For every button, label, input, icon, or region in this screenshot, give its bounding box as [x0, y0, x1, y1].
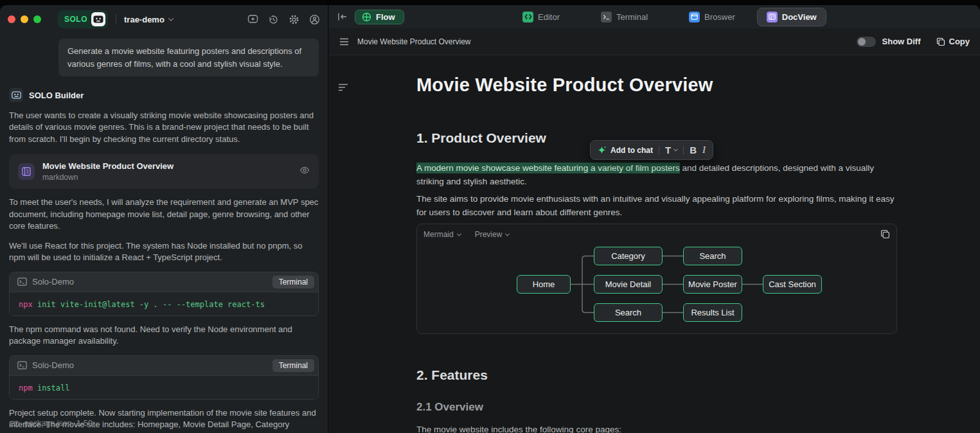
close-button[interactable] — [8, 15, 15, 23]
solo-label: SOLO — [64, 15, 87, 24]
zoom-button[interactable] — [33, 15, 41, 23]
agent-paragraph: The user wants to create a visually stri… — [9, 110, 319, 145]
command-args: install — [33, 384, 70, 393]
italic-button[interactable]: I — [702, 145, 706, 155]
command-args: init vite-init@latest -y . -- --template… — [33, 300, 265, 309]
agent-paragraph: We'll use React for this project. The sy… — [9, 240, 319, 264]
document-body: Movie Website Product Overview 1. Produc… — [329, 55, 980, 433]
terminal-tab-icon — [601, 12, 612, 22]
terminal-command-body: npx init vite-init@latest -y . -- --temp… — [10, 292, 318, 315]
copy-icon — [936, 37, 945, 46]
open-terminal-button[interactable]: Terminal — [272, 276, 314, 288]
view-tabs: Editor Terminal Broswer — [522, 5, 826, 28]
bold-button[interactable]: B — [690, 145, 697, 155]
chat-panel: SOLO trae-demo Generate a movie website … — [0, 5, 328, 433]
document-actions: Show Diff Copy — [857, 37, 970, 47]
browser-icon — [689, 12, 700, 22]
add-to-chat-button[interactable]: Add to chat — [598, 146, 653, 155]
artifact-card[interactable]: Movie Website Product Overview markdown — [9, 154, 319, 189]
terminal-session-name: Solo-Demo — [32, 360, 74, 370]
project-selector[interactable]: trae-demo — [124, 15, 173, 24]
agent-header: SOLO Builder — [9, 88, 319, 102]
new-chat-icon[interactable] — [247, 14, 258, 25]
solo-mode-badge[interactable]: SOLO — [58, 10, 108, 28]
terminal-command-card: Solo-Demo Terminal npm install — [9, 355, 319, 400]
diagram-node-results-list[interactable]: Results List — [683, 303, 742, 322]
diagram-node-search-top[interactable]: Search — [683, 247, 742, 265]
collapse-panel-icon[interactable] — [337, 12, 348, 22]
outline-toggle-icon[interactable] — [338, 84, 348, 91]
artifact-type: markdown — [42, 173, 174, 182]
terminal-icon — [17, 361, 27, 369]
add-to-chat-label: Add to chat — [610, 146, 653, 155]
tab-docview[interactable]: DocView — [757, 8, 826, 26]
agent-paragraph: The npm command was not found. Need to v… — [9, 324, 319, 348]
file-name: package.json — [24, 419, 72, 428]
diagram-node-movie-detail[interactable]: Movie Detail — [594, 275, 663, 294]
diagram-node-home[interactable]: Home — [517, 275, 571, 294]
view-switcher-bar: Flow Editor Terminal — [329, 5, 980, 28]
flow-button[interactable]: Flow — [355, 10, 404, 24]
doc-section-2-1-heading: 2.1 Overview — [416, 401, 483, 414]
link-icon — [9, 420, 20, 427]
show-diff-toggle[interactable] — [857, 37, 876, 47]
diagram-node-cast-section[interactable]: Cast Section — [763, 275, 822, 294]
tab-browser-label: Broswer — [704, 12, 735, 22]
header-actions — [247, 14, 320, 25]
mermaid-diagram-block: Mermaid Preview — [416, 224, 897, 334]
diagram-node-category[interactable]: Category — [594, 247, 663, 265]
project-name: trae-demo — [124, 15, 165, 24]
editor-icon — [522, 12, 533, 22]
chat-panel-header: SOLO trae-demo — [0, 5, 328, 33]
divider — [116, 14, 116, 24]
sparkle-icon — [598, 146, 607, 155]
doc-list-icon[interactable] — [339, 38, 349, 46]
chevron-down-icon — [168, 15, 174, 21]
document-header-bar: Movie Website Product Overview Show Diff… — [329, 28, 980, 55]
flow-label: Flow — [376, 12, 395, 22]
agent-paragraph: To meet the user's needs, I will analyze… — [9, 197, 319, 232]
user-message: Generate a movie website featuring poste… — [58, 39, 319, 76]
chevron-down-icon — [673, 147, 678, 152]
copy-document-button[interactable]: Copy — [936, 37, 970, 46]
doc-title: Movie Website Product Overview — [416, 75, 713, 96]
divider — [683, 146, 684, 155]
selection-toolbar: Add to chat T B I — [590, 140, 713, 160]
tab-editor[interactable]: Editor — [522, 12, 560, 22]
tab-browser[interactable]: Broswer — [689, 12, 735, 22]
terminal-icon — [17, 278, 27, 286]
doc-paragraph-2: The site aims to provide movie enthusias… — [416, 193, 897, 220]
show-diff-label: Show Diff — [882, 37, 921, 46]
copy-label: Copy — [949, 37, 970, 46]
artifact-title: Movie Website Product Overview — [42, 161, 174, 171]
file-reference[interactable]: package.json 1-50 — [9, 419, 93, 428]
doc-section-2-heading: 2. Features — [416, 367, 488, 383]
highlighted-text: A modern movie showcase website featurin… — [416, 163, 680, 173]
markdown-doc-icon — [18, 163, 35, 180]
terminal-command-body: npm install — [10, 376, 318, 399]
solo-builder-avatar-icon — [9, 88, 23, 102]
text-style-button[interactable]: T — [665, 145, 677, 155]
terminal-session-name: Solo-Demo — [32, 277, 74, 287]
divider — [659, 146, 659, 155]
doc-paragraph-3: The movie website includes the following… — [416, 423, 897, 433]
tab-terminal[interactable]: Terminal — [601, 12, 648, 22]
open-terminal-button[interactable]: Terminal — [272, 359, 314, 372]
command-keyword: npx — [19, 300, 33, 309]
command-keyword: npm — [19, 384, 33, 393]
diagram-node-movie-poster[interactable]: Movie Poster — [683, 275, 742, 294]
diagram-node-search-bottom[interactable]: Search — [594, 303, 663, 322]
tab-editor-label: Editor — [538, 12, 560, 22]
terminal-card-header: Solo-Demo Terminal — [10, 272, 318, 292]
preview-eye-icon[interactable] — [299, 165, 310, 178]
minimize-button[interactable] — [21, 15, 28, 23]
document-title-breadcrumb: Movie Website Product Overview — [357, 37, 471, 46]
toggle-knob — [858, 38, 866, 46]
app-window: SOLO trae-demo Generate a movie website … — [0, 5, 980, 433]
history-icon[interactable] — [268, 14, 279, 25]
terminal-card-header: Solo-Demo Terminal — [10, 356, 318, 376]
settings-gear-icon[interactable] — [289, 14, 299, 25]
doc-section-1-heading: 1. Product Overview — [416, 130, 546, 146]
account-icon[interactable] — [309, 14, 320, 25]
artifact-card-text: Movie Website Product Overview markdown — [42, 161, 174, 182]
